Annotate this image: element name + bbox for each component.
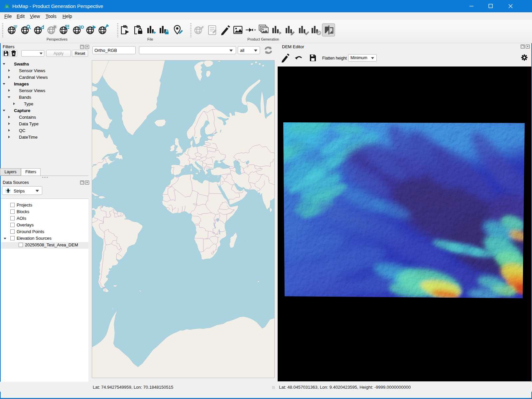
svg-text:3D: 3D — [78, 25, 84, 30]
